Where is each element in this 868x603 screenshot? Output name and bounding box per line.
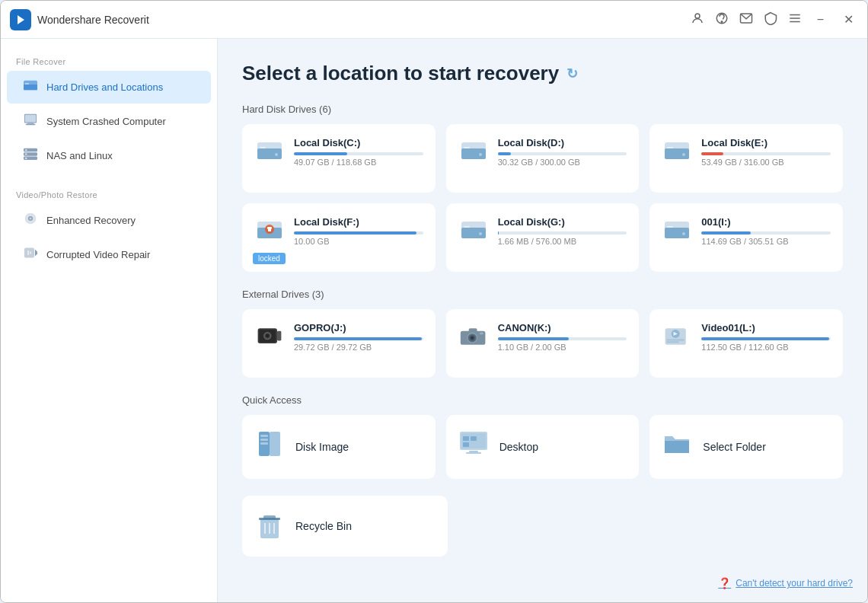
drive-card-i[interactable]: 001(I:) 114.69 GB / 305.51 GB — [649, 203, 843, 272]
support-icon[interactable] — [715, 11, 729, 28]
sidebar-item-nas[interactable]: NAS and Linux — [7, 139, 211, 172]
svg-point-48 — [479, 232, 482, 235]
qa-desktop[interactable]: Desktop — [446, 415, 640, 479]
svg-point-62 — [471, 337, 474, 340]
video-photo-label: Video/Photo Restore — [1, 184, 217, 203]
svg-rect-55 — [277, 331, 281, 341]
sidebar-item-system-crashed-label: System Crashed Computer — [46, 116, 166, 127]
sidebar: File Recover Hard Drives and Locations — [1, 39, 218, 602]
svg-point-39 — [682, 153, 685, 156]
video01-info: Video01(L:) 112.50 GB / 112.60 GB — [701, 322, 831, 352]
drive-i-size: 114.69 GB / 305.51 GB — [701, 237, 831, 246]
svg-rect-63 — [480, 333, 483, 335]
svg-rect-67 — [667, 341, 679, 343]
bottom-row: Recycle Bin — [242, 496, 843, 557]
svg-point-31 — [275, 153, 278, 156]
drive-card-g[interactable]: Local Disk(G:) 1.66 MB / 576.00 MB — [446, 203, 640, 272]
drive-e-info: Local Disk(E:) 53.49 GB / 316.00 GB — [701, 137, 831, 167]
drive-i-name: 001(I:) — [701, 216, 831, 228]
cant-detect-icon: ❓ — [718, 577, 731, 589]
svg-rect-46 — [461, 228, 486, 238]
sidebar-item-hard-drives[interactable]: Hard Drives and Locations — [7, 71, 211, 104]
drive-e-icon — [662, 136, 692, 167]
drive-e-name: Local Disk(E:) — [701, 137, 831, 148]
svg-rect-72 — [260, 442, 268, 445]
hard-disk-section-label: Hard Disk Drives (6) — [242, 104, 843, 115]
profile-icon[interactable] — [691, 11, 704, 28]
cant-detect-text: Can't detect your hard drive? — [736, 578, 853, 589]
sidebar-item-enhanced-recovery[interactable]: Enhanced Recovery — [7, 204, 211, 237]
corrupted-video-icon — [22, 246, 39, 263]
sidebar-item-nas-label: NAS and Linux — [46, 150, 113, 161]
drive-card-gopro[interactable]: GOPRO(J:) 29.72 GB / 29.72 GB — [242, 309, 436, 378]
canon-icon — [458, 321, 489, 352]
minimize-button[interactable]: − — [812, 11, 828, 28]
mail-icon[interactable] — [739, 11, 753, 28]
svg-rect-69 — [270, 432, 280, 456]
svg-rect-16 — [25, 149, 27, 151]
svg-rect-66 — [667, 340, 685, 341]
svg-marker-25 — [35, 250, 37, 257]
drive-d-icon — [458, 136, 489, 167]
recycle-bin-icon — [254, 509, 285, 543]
app-logo — [10, 9, 31, 30]
sidebar-item-system-crashed[interactable]: System Crashed Computer — [7, 105, 211, 138]
drive-g-info: Local Disk(G:) 1.66 MB / 576.00 MB — [498, 216, 627, 246]
cant-detect-link[interactable]: ❓ Can't detect your hard drive? — [718, 577, 853, 589]
drive-i-info: 001(I:) 114.69 GB / 305.51 GB — [701, 216, 831, 246]
svg-rect-10 — [25, 83, 29, 84]
drive-card-canon[interactable]: CANON(K:) 1.10 GB / 2.00 GB — [446, 309, 640, 378]
svg-rect-34 — [464, 147, 470, 148]
gopro-name: GOPRO(J:) — [294, 322, 423, 333]
svg-rect-18 — [25, 154, 27, 155]
qa-disk-image[interactable]: Disk Image — [242, 415, 436, 479]
sidebar-item-enhanced-label: Enhanced Recovery — [46, 215, 136, 226]
svg-rect-75 — [469, 451, 478, 452]
svg-rect-20 — [25, 158, 27, 159]
content-area: Select a location to start recovery ↻ Ha… — [218, 39, 867, 602]
drive-card-f[interactable]: Local Disk(F:) 10.00 GB locked — [242, 203, 436, 272]
drive-e-size: 53.49 GB / 316.00 GB — [701, 158, 831, 167]
file-recover-label: File Recover — [1, 51, 217, 69]
drive-card-c[interactable]: Local Disk(C:) 49.07 GB / 118.68 GB — [242, 124, 436, 193]
svg-rect-44 — [268, 228, 271, 231]
drive-c-info: Local Disk(C:) 49.07 GB / 118.68 GB — [294, 137, 423, 167]
enhanced-recovery-icon — [22, 212, 39, 229]
quick-access-grid: Disk Image — [242, 415, 843, 479]
nas-icon — [22, 147, 39, 164]
page-title-row: Select a location to start recovery ↻ — [242, 62, 843, 85]
close-button[interactable]: ✕ — [839, 11, 858, 28]
qa-select-folder[interactable]: Select Folder — [649, 415, 843, 479]
video01-name: Video01(L:) — [701, 322, 831, 333]
svg-rect-50 — [665, 228, 689, 238]
select-folder-icon — [662, 429, 692, 465]
select-folder-label: Select Folder — [703, 441, 765, 453]
drive-g-size: 1.66 MB / 576.00 MB — [498, 237, 627, 246]
svg-rect-37 — [665, 148, 689, 159]
svg-rect-33 — [461, 148, 486, 159]
drive-card-d[interactable]: Local Disk(D:) 30.32 GB / 300.00 GB — [446, 124, 640, 193]
drive-g-icon — [458, 215, 489, 246]
qa-recycle-bin[interactable]: Recycle Bin — [242, 496, 448, 557]
svg-rect-47 — [464, 226, 470, 228]
title-bar: Wondershare Recoverit − ✕ — [1, 1, 867, 39]
app-name: Wondershare Recoverit — [37, 14, 691, 26]
drive-g-name: Local Disk(G:) — [498, 216, 627, 228]
sidebar-item-hard-drives-label: Hard Drives and Locations — [46, 81, 163, 93]
drive-d-info: Local Disk(D:) 30.32 GB / 300.00 GB — [498, 137, 627, 167]
sidebar-item-corrupted-video[interactable]: Corrupted Video Repair — [7, 238, 211, 271]
svg-rect-24 — [25, 248, 34, 257]
desktop-icon — [458, 429, 489, 465]
video01-size: 112.50 GB / 112.60 GB — [701, 343, 831, 352]
quick-access-label: Quick Access — [242, 394, 843, 406]
drive-card-video01[interactable]: Video01(L:) 112.50 GB / 112.60 GB — [649, 309, 843, 378]
canon-name: CANON(K:) — [498, 322, 627, 333]
drive-f-name: Local Disk(F:) — [294, 216, 423, 228]
gopro-icon — [254, 321, 285, 352]
drive-card-e[interactable]: Local Disk(E:) 53.49 GB / 316.00 GB — [649, 124, 843, 193]
shield-icon[interactable] — [764, 11, 777, 28]
menu-icon[interactable] — [788, 11, 802, 28]
gopro-size: 29.72 GB / 29.72 GB — [294, 343, 423, 352]
svg-marker-0 — [18, 15, 24, 24]
refresh-icon[interactable]: ↻ — [566, 65, 578, 82]
